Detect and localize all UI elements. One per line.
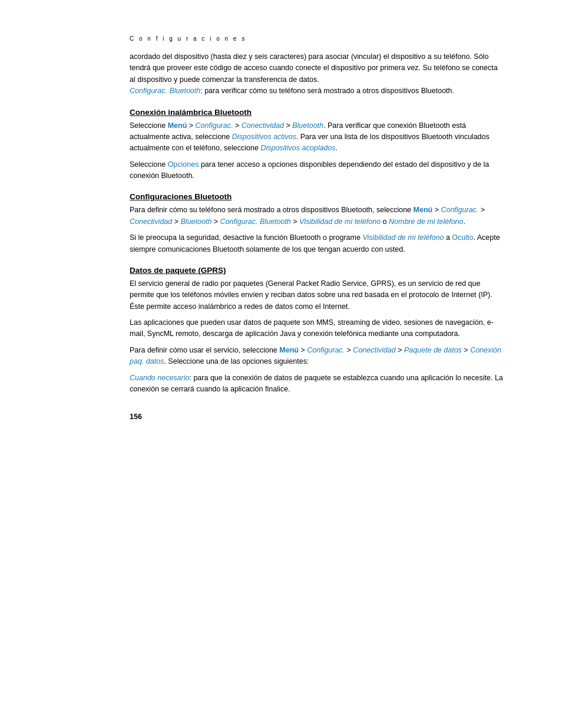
section1-heading: Conexión inalámbrica Bluetooth: [130, 108, 503, 117]
section1-paragraph1: Seleccione Menú > Configurac. > Conectiv…: [130, 120, 503, 154]
intro-text-2: : para verificar cómo su teléfono será m…: [200, 87, 454, 95]
section1-paragraph2: Seleccione Opciones para tener acceso a …: [130, 159, 503, 182]
conectividad1-link[interactable]: Conectividad: [242, 121, 284, 130]
paquete-link[interactable]: Paquete de datos: [404, 346, 462, 354]
visibilidad-link[interactable]: Visibilidad de mi teléfono: [299, 218, 381, 226]
section2-text2-a: a: [444, 233, 452, 242]
page: C o n f i g u r a c i o n e s acordado d…: [0, 0, 562, 728]
configurac-bluetooth2-link[interactable]: Configurac. Bluetooth: [220, 218, 291, 226]
opciones-link[interactable]: Opciones: [168, 160, 199, 169]
section3-paragraph3: Para definir cómo usar el servicio, sele…: [130, 345, 503, 368]
section1-text4-pre: Seleccione: [130, 160, 168, 169]
configurac2-link[interactable]: Configurac.: [441, 206, 478, 214]
section3-paragraph4: Cuando necesario: para que la conexión d…: [130, 373, 503, 396]
section3-paragraph1: El servicio general de radio por paquete…: [130, 278, 503, 312]
configurac3-link[interactable]: Configurac.: [307, 346, 345, 354]
configurac1-link[interactable]: Configurac.: [196, 121, 233, 130]
section1-text1-pre: Seleccione: [130, 121, 168, 130]
bluetooth1-link[interactable]: Bluetooth: [292, 121, 323, 130]
section1-gt3: >: [284, 121, 292, 130]
section2-text1: Para definir cómo su teléfono será mostr…: [130, 206, 414, 214]
section3-gt4: >: [462, 346, 470, 354]
dispositivos-acoplados-link[interactable]: Dispositivos acoplados: [260, 144, 335, 152]
section3-gt2: >: [345, 346, 353, 354]
section-label: C o n f i g u r a c i o n e s: [130, 35, 503, 42]
oculto-link[interactable]: Oculto: [452, 233, 473, 242]
section3-paragraph2: Las aplicaciones que pueden usar datos d…: [130, 317, 503, 340]
section1-gt1: >: [187, 121, 195, 130]
section3-gt1: >: [299, 346, 307, 354]
section2-text1-post: .: [463, 218, 465, 226]
conectividad3-link[interactable]: Conectividad: [353, 346, 395, 354]
section2-gt5: >: [291, 218, 299, 226]
section2-gt3: >: [172, 218, 180, 226]
visibilidad2-link[interactable]: Visibilidad de mi teléfono: [362, 233, 444, 242]
page-number: 156: [130, 413, 503, 421]
dispositivos-activos-link[interactable]: Dispositivos activos: [232, 133, 296, 141]
section3-text3-pre: Para definir cómo usar el servicio, sele…: [130, 346, 279, 354]
section1-gt2: >: [233, 121, 241, 130]
configurac-bluetooth-link[interactable]: Configurac. Bluetooth: [130, 87, 200, 95]
section2-gt2: >: [478, 206, 485, 214]
section2-o: o: [381, 218, 389, 226]
section2-text2-pre: Si le preocupa la seguridad, desactive l…: [130, 233, 362, 242]
section2-gt1: >: [432, 206, 441, 214]
section2-paragraph2: Si le preocupa la seguridad, desactive l…: [130, 232, 503, 255]
intro-text-1: acordado del dispositivo (hasta diez y s…: [130, 52, 498, 84]
section2-paragraph1: Para definir cómo su teléfono será mostr…: [130, 205, 503, 228]
menu3-link[interactable]: Menú: [279, 346, 299, 354]
intro-paragraph: acordado del dispositivo (hasta diez y s…: [130, 51, 503, 97]
section3-heading: Datos de paquete (GPRS): [130, 266, 503, 275]
section1-text3: .: [336, 144, 338, 152]
nombre-link[interactable]: Nombre de mi teléfono: [389, 218, 463, 226]
bluetooth2-link[interactable]: Bluetooth: [181, 218, 212, 226]
section2-gt4: >: [211, 218, 220, 226]
menu2-link[interactable]: Menú: [414, 206, 433, 214]
section3-text3-post: . Seleccione una de las opciones siguien…: [164, 357, 309, 365]
section2-heading: Configuraciones Bluetooth: [130, 192, 503, 201]
section3-gt3: >: [396, 346, 404, 354]
conectividad2-link[interactable]: Conectividad: [130, 218, 172, 226]
cuando-link[interactable]: Cuando necesario: [130, 374, 189, 382]
menu1-link[interactable]: Menú: [168, 121, 187, 130]
